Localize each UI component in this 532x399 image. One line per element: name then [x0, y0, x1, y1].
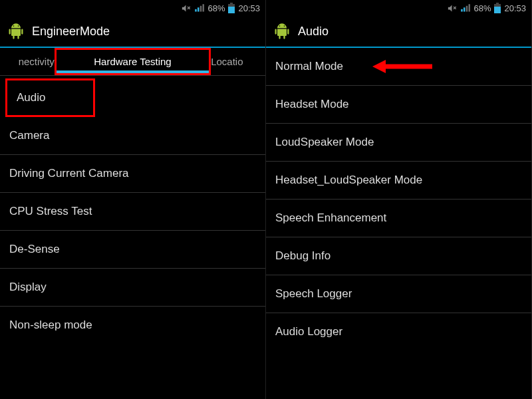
battery-percent: 68% [473, 3, 491, 13]
right-screen: 68% 20:53 Audio Normal Mode Headset Mode… [266, 0, 532, 399]
list-item-label: LoudSpeaker Mode [275, 136, 374, 148]
battery-percent: 68% [207, 3, 225, 13]
list-item-debug-info[interactable]: Debug Info [266, 237, 531, 275]
app-title: Audio [298, 25, 329, 39]
list-item-non-sleep-mode[interactable]: Non-sleep mode [0, 307, 265, 344]
tab-hardware-testing[interactable]: Hardware Testing [55, 48, 211, 75]
svg-rect-16 [494, 7, 501, 13]
settings-list: Audio Camera Driving Current Camera CPU … [0, 76, 265, 344]
tab-bar: nectivity Hardware Testing Locatio [0, 48, 265, 76]
signal-icon [460, 3, 470, 13]
svg-rect-7 [228, 7, 235, 13]
list-item-label: Non-sleep mode [9, 319, 92, 331]
list-item-headset-mode[interactable]: Headset Mode [266, 86, 531, 124]
list-item-label: Debug Info [275, 249, 331, 262]
tab-location[interactable]: Locatio [211, 48, 265, 75]
list-item-label: Speech Enhancement [275, 211, 386, 224]
list-item-speech-enhancement[interactable]: Speech Enhancement [266, 200, 531, 237]
audio-list: Normal Mode Headset Mode LoudSpeaker Mod… [266, 48, 531, 350]
list-item-label: CPU Stress Test [9, 205, 92, 217]
svg-rect-8 [230, 3, 233, 4]
arrow-icon [372, 60, 432, 73]
status-bar: 68% 20:53 [266, 0, 531, 16]
tab-label: Locatio [211, 56, 243, 67]
list-item-de-sense[interactable]: De-Sense [0, 231, 265, 269]
battery-icon [228, 3, 235, 13]
svg-rect-2 [196, 9, 198, 11]
mute-icon [447, 3, 457, 13]
clock: 20:53 [504, 3, 526, 13]
svg-marker-19 [372, 60, 386, 73]
svg-rect-12 [464, 7, 466, 11]
signal-icon [194, 3, 204, 13]
list-item-cpu-stress-test[interactable]: CPU Stress Test [0, 193, 265, 231]
list-item-speech-logger[interactable]: Speech Logger [266, 275, 531, 313]
list-item-label: Normal Mode [275, 60, 343, 72]
list-item-label: Camera [9, 129, 49, 142]
title-bar: EngineerMode [0, 16, 265, 48]
list-item-loudspeaker-mode[interactable]: LoudSpeaker Mode [266, 124, 531, 162]
list-item-label: Headset_LoudSpeaker Mode [275, 174, 422, 186]
svg-rect-14 [469, 4, 471, 11]
svg-rect-17 [496, 3, 499, 4]
left-screen: 68% 20:53 EngineerMode nectivity Hardwar… [0, 0, 266, 399]
list-item-driving-current-camera[interactable]: Driving Current Camera [0, 155, 265, 193]
list-item-display[interactable]: Display [0, 269, 265, 307]
list-item-audio-logger[interactable]: Audio Logger [266, 313, 531, 350]
list-item-label: De-Sense [9, 243, 60, 255]
list-item-label: Display [9, 281, 47, 293]
android-icon [7, 22, 25, 41]
battery-icon [494, 3, 501, 13]
tab-label: nectivity [19, 56, 55, 67]
svg-rect-4 [200, 5, 202, 11]
clock: 20:53 [238, 3, 260, 13]
mute-icon [181, 3, 191, 13]
list-item-audio[interactable]: Audio [5, 78, 95, 117]
list-item-label: Driving Current Camera [9, 167, 129, 180]
app-title: EngineerMode [32, 25, 110, 39]
svg-rect-11 [462, 9, 464, 11]
svg-rect-13 [466, 5, 468, 11]
svg-rect-5 [203, 4, 205, 11]
status-bar: 68% 20:53 [0, 0, 265, 16]
android-icon [273, 22, 291, 41]
list-item-label: Audio [17, 91, 45, 104]
list-item-label: Headset Mode [275, 98, 349, 110]
list-item-label: Audio Logger [275, 325, 342, 338]
tab-connectivity[interactable]: nectivity [0, 48, 55, 75]
list-item-headset-loudspeaker-mode[interactable]: Headset_LoudSpeaker Mode [266, 162, 531, 200]
svg-rect-3 [198, 7, 200, 11]
title-bar: Audio [266, 16, 531, 48]
tab-label: Hardware Testing [94, 56, 171, 67]
list-item-normal-mode[interactable]: Normal Mode [266, 48, 531, 86]
list-item-camera[interactable]: Camera [0, 117, 265, 155]
list-item-label: Speech Logger [275, 287, 352, 300]
